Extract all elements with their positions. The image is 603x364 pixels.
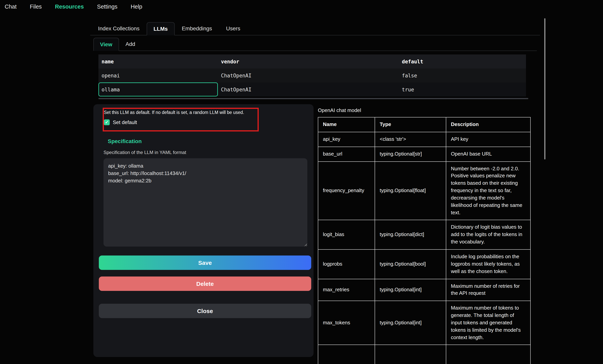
param-description: API key [446, 132, 531, 147]
llm-table-header-name: name [98, 55, 218, 68]
table-row: base_url typing.Optional[str] OpenAI bas… [318, 147, 531, 161]
specification-yaml-textarea[interactable]: api_key: ollama base_url: http://localho… [104, 158, 307, 247]
nav-item-chat[interactable]: Chat [5, 3, 17, 10]
model-info-title: OpenAI chat model [318, 107, 361, 113]
param-description [446, 345, 531, 364]
param-description: OpenAI base URL [446, 147, 531, 161]
table-row: max_retries typing.Optional[int] Maximum… [318, 279, 531, 301]
llm-table-horizontal-scrollbar[interactable] [98, 98, 528, 99]
table-row[interactable]: openai ChatOpenAI false [98, 68, 526, 82]
llm-row-openai-default[interactable]: false [399, 68, 526, 82]
llm-table-header-default: default [399, 55, 526, 68]
nav-item-files[interactable]: Files [30, 3, 42, 10]
param-type: typing.Optional[bool] [375, 250, 446, 279]
llm-detail-card: Set this LLM as default. If no default i… [93, 104, 313, 357]
delete-button[interactable]: Delete [99, 276, 311, 291]
specification-subtitle: Specification of the LLM in YAML format [104, 150, 186, 155]
model-info-header-row: Name Type Description [318, 117, 531, 132]
param-type: typing.Optional[int] [375, 279, 446, 301]
llm-row-ollama-vendor[interactable]: ChatOpenAI [218, 82, 399, 96]
param-type: <class 'str'> [375, 132, 446, 147]
set-default-note: Set this LLM as default. If no default i… [104, 110, 252, 115]
set-default-checkbox[interactable]: ✓ [104, 119, 110, 125]
param-type: typing.Optional[float] [375, 161, 446, 220]
close-button[interactable]: Close [99, 304, 311, 318]
subtab-view[interactable]: View [93, 38, 119, 51]
param-name: base_url [318, 147, 375, 161]
param-type: typing.Optional[dict] [375, 220, 446, 250]
param-name: logprobs [318, 250, 375, 279]
llm-row-ollama-default[interactable]: true [399, 82, 526, 96]
table-row: frequency_penalty typing.Optional[float]… [318, 161, 531, 220]
set-default-label: Set default [113, 119, 137, 125]
app-window: Chat Files Resources Settings Help Index… [0, 0, 603, 364]
llm-subtabbar: View Add [93, 38, 537, 51]
resource-tabbar: Index Collections LLMs Embeddings Users [90, 22, 540, 35]
param-name: max_retries [318, 279, 375, 301]
checkmark-icon: ✓ [105, 120, 109, 125]
vertical-scrollbar-thumb[interactable] [544, 18, 545, 159]
param-name: frequency_penalty [318, 161, 375, 220]
param-name: max_tokens [318, 301, 375, 345]
llm-table-header-vendor: vendor [218, 55, 399, 68]
set-default-checkbox-row[interactable]: ✓ Set default [104, 119, 137, 125]
model-info-table: Name Type Description api_key <class 'st… [318, 117, 531, 364]
param-description: Dictionary of logit bias values to add t… [446, 220, 531, 250]
table-row: logprobs typing.Optional[bool] Include l… [318, 250, 531, 279]
subtab-add[interactable]: Add [119, 37, 142, 51]
tab-users[interactable]: Users [219, 22, 247, 35]
tab-embeddings[interactable]: Embeddings [175, 22, 219, 35]
nav-item-help[interactable]: Help [131, 3, 142, 10]
llm-table-header-row: name vendor default [98, 55, 526, 68]
param-type: typing.Optional[str] [375, 147, 446, 161]
nav-item-resources[interactable]: Resources [55, 3, 84, 10]
table-row: logit_bias typing.Optional[dict] Diction… [318, 220, 531, 250]
top-nav: Chat Files Resources Settings Help [5, 2, 142, 11]
table-row-clipped [318, 345, 531, 364]
model-info-header-description: Description [446, 117, 531, 132]
model-info-header-name: Name [318, 117, 375, 132]
llm-list-table: name vendor default openai ChatOpenAI fa… [98, 55, 526, 96]
param-name: logit_bias [318, 220, 375, 250]
param-name: api_key [318, 132, 375, 147]
table-row: max_tokens typing.Optional[int] Maximum … [318, 301, 531, 345]
param-description: Number between -2.0 and 2.0. Positive va… [446, 161, 531, 220]
table-row: api_key <class 'str'> API key [318, 132, 531, 147]
tab-index-collections[interactable]: Index Collections [91, 22, 147, 35]
specification-title: Specification [108, 138, 142, 144]
tab-llms[interactable]: LLMs [147, 22, 175, 35]
save-button[interactable]: Save [99, 255, 311, 270]
nav-item-settings[interactable]: Settings [97, 3, 117, 10]
param-description: Maximum number of tokens to generate. Th… [446, 301, 531, 345]
llm-row-openai-vendor[interactable]: ChatOpenAI [218, 68, 399, 82]
table-row[interactable]: ollama ChatOpenAI true [98, 82, 526, 96]
llm-row-ollama-name[interactable]: ollama [98, 82, 218, 96]
param-type: typing.Optional[int] [375, 301, 446, 345]
llm-row-openai-name[interactable]: openai [98, 68, 218, 82]
model-info-header-type: Type [375, 117, 446, 132]
param-description: Include log probabilities on the logprob… [446, 250, 531, 279]
param-description: Maximum number of retries for the API re… [446, 279, 531, 301]
param-type [375, 345, 446, 364]
param-name [318, 345, 375, 364]
